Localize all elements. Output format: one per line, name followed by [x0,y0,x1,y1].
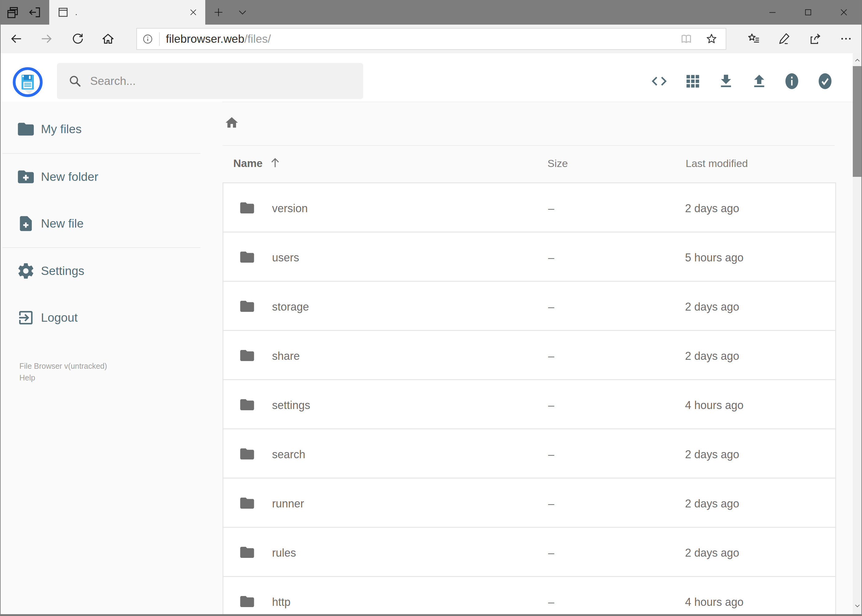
folder-icon [239,593,255,610]
breadcrumb-home-button[interactable] [222,113,241,132]
home-icon [101,32,115,46]
site-info-icon[interactable] [142,33,154,45]
set-tabs-aside-icon [28,5,42,19]
app-header: Search... [0,53,862,102]
app-version-text: File Browser v(untracked) [19,361,107,371]
file-modified: 4 hours ago [685,596,744,609]
grid-view-icon [684,73,701,90]
file-name: rules [272,547,296,559]
back-button[interactable] [7,30,25,48]
file-size: – [548,448,554,461]
help-link[interactable]: Help [19,373,35,382]
folder-icon [239,544,255,561]
column-header-size[interactable]: Size [547,157,568,170]
file-name: search [272,448,305,461]
search-placeholder: Search... [90,75,136,88]
share-button[interactable] [806,30,824,48]
folder-icon [239,249,255,266]
minimize-button[interactable] [755,0,790,25]
folder-icon [239,200,255,216]
add-favorite-star-icon[interactable] [705,32,718,46]
column-header-name[interactable]: Name [233,157,263,170]
new-tab-button[interactable] [209,0,229,25]
sort-ascending-icon[interactable] [268,156,282,170]
set-tabs-aside-button[interactable] [25,0,44,25]
file-name: version [272,202,308,215]
file-row-settings[interactable]: settings – 4 hours ago [224,380,835,429]
scroll-down-icon[interactable] [853,600,862,611]
maximize-icon [804,8,813,17]
column-header-modified[interactable]: Last modified [686,157,748,170]
select-multiple-button[interactable] [815,71,835,91]
page-icon [57,6,69,19]
tab-preview-button[interactable] [3,0,22,25]
sidebar-item-label: Logout [41,311,77,324]
file-name: settings [272,399,310,412]
home-button[interactable] [99,30,117,48]
file-row-search[interactable]: search – 2 days ago [224,429,835,479]
sidebar-item-my-files[interactable]: My files [0,110,222,148]
reading-view-icon[interactable] [679,32,693,46]
sidebar-divider [2,153,200,154]
browser-tab[interactable]: . [49,0,205,25]
favorites-hub-button[interactable] [744,30,763,48]
minimize-icon [768,8,777,17]
web-note-button[interactable] [775,30,794,48]
download-icon [717,72,734,90]
page-scrollbar[interactable] [853,53,862,614]
scrollbar-thumb[interactable] [853,66,862,177]
back-icon [9,32,24,46]
file-size: – [548,202,554,215]
scroll-up-icon[interactable] [853,55,862,66]
file-row-rules[interactable]: rules – 2 days ago [224,528,835,577]
close-button[interactable] [826,0,862,25]
sidebar-item-label: My files [41,123,82,136]
maximize-button[interactable] [790,0,826,25]
upload-button[interactable] [749,71,769,91]
folder-icon [239,495,255,511]
file-modified: 4 hours ago [685,399,744,412]
search-icon [68,74,82,88]
file-modified: 5 hours ago [685,251,744,264]
file-modified: 2 days ago [685,202,739,215]
search-input[interactable]: Search... [57,63,363,99]
grid-view-button[interactable] [683,71,703,91]
refresh-button[interactable] [69,30,87,48]
file-size: – [548,547,554,559]
file-modified: 2 days ago [685,448,739,461]
refresh-icon [71,32,85,46]
file-size: – [548,251,554,264]
file-row-http[interactable]: http – 4 hours ago [224,577,835,616]
sidebar-item-new-file[interactable]: New file [0,204,222,243]
file-modified: 2 days ago [685,300,739,313]
logout-icon [16,308,35,327]
file-row-runner[interactable]: runner – 2 days ago [224,479,835,528]
file-row-share[interactable]: share – 2 days ago [224,331,835,380]
gear-icon [16,261,35,280]
home-filled-icon [224,115,239,130]
file-size: – [548,300,554,313]
raw-view-button[interactable] [649,71,669,91]
forward-icon [39,32,54,46]
file-row-users[interactable]: users – 5 hours ago [224,233,835,282]
download-button[interactable] [716,71,736,91]
sidebar-item-label: New folder [41,170,98,184]
file-listing: version – 2 days ago users – 5 hours ago… [222,182,836,616]
listing-column-headers: Name Size Last modified [0,155,862,171]
code-icon [650,72,668,90]
sidebar-item-logout[interactable]: Logout [0,299,222,337]
sidebar-item-settings[interactable]: Settings [0,252,222,290]
file-size: – [548,350,554,363]
tab-title: . [75,8,77,17]
tab-close-icon[interactable] [189,8,198,17]
file-name: users [272,251,299,264]
tab-list-button[interactable] [233,0,252,25]
file-modified: 2 days ago [685,350,739,363]
file-row-storage[interactable]: storage – 2 days ago [224,282,835,331]
address-bar[interactable]: filebrowser.web/files/ [136,28,726,50]
forward-button[interactable] [37,30,56,48]
info-button[interactable] [782,71,802,91]
file-row-version[interactable]: version – 2 days ago [224,183,835,233]
folder-icon [239,347,255,364]
more-actions-button[interactable] [837,30,855,48]
